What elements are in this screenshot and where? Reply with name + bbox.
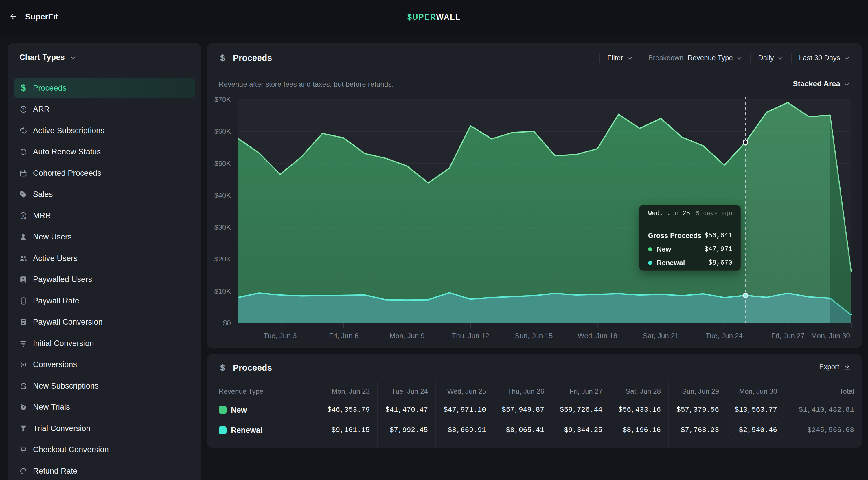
svg-text:$: $: [22, 108, 24, 111]
svg-text:$: $: [22, 214, 24, 217]
